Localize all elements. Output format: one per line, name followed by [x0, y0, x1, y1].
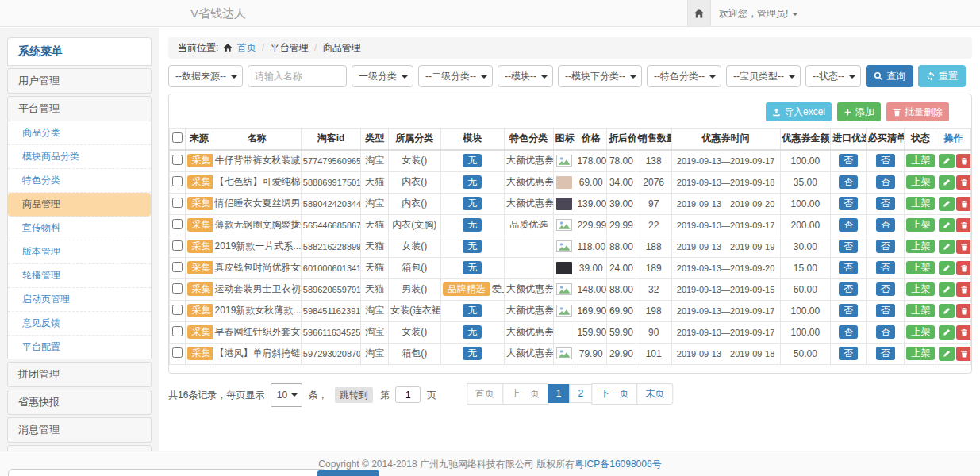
- pager-button[interactable]: 首页: [467, 383, 503, 405]
- per-page-select[interactable]: 10: [271, 383, 302, 407]
- row-checkbox[interactable]: [172, 219, 183, 229]
- name-search-input[interactable]: [248, 65, 347, 87]
- must-buy-badge[interactable]: 否: [876, 304, 895, 317]
- import-select-badge[interactable]: 否: [839, 304, 858, 317]
- sidebar-group[interactable]: 用户管理: [7, 68, 152, 94]
- filter-select[interactable]: --模块--: [498, 65, 553, 87]
- status-badge[interactable]: 上架: [906, 154, 935, 167]
- delete-button[interactable]: [956, 347, 970, 361]
- edit-button[interactable]: [939, 218, 955, 232]
- row-checkbox[interactable]: [172, 305, 183, 315]
- pager-button[interactable]: 末页: [636, 383, 673, 405]
- page-jump-input[interactable]: [395, 386, 421, 403]
- sidebar-subitem[interactable]: 启动页管理: [8, 288, 151, 312]
- reset-button[interactable]: 重置: [918, 65, 966, 87]
- import-select-badge[interactable]: 否: [839, 261, 858, 274]
- must-buy-badge[interactable]: 否: [876, 347, 895, 360]
- import-excel-button[interactable]: 导入excel: [766, 102, 832, 121]
- sidebar-group[interactable]: 订单管理: [7, 445, 152, 451]
- sidebar-group[interactable]: 消息管理: [7, 417, 152, 443]
- import-select-badge[interactable]: 否: [839, 175, 858, 189]
- delete-button[interactable]: [956, 197, 970, 211]
- must-buy-badge[interactable]: 否: [876, 325, 895, 339]
- must-buy-badge[interactable]: 否: [876, 197, 895, 210]
- must-buy-badge[interactable]: 否: [876, 261, 895, 274]
- sidebar-group[interactable]: 省惠快报: [7, 390, 152, 415]
- edit-button[interactable]: [939, 240, 955, 254]
- edit-button[interactable]: [939, 347, 955, 361]
- sidebar-subitem[interactable]: 平台配置: [8, 336, 151, 359]
- import-select-badge[interactable]: 否: [839, 197, 858, 210]
- sidebar-subitem[interactable]: 轮播管理: [8, 264, 151, 288]
- filter-select[interactable]: --特色分类--: [647, 65, 721, 87]
- delete-button[interactable]: [956, 304, 970, 318]
- filter-select[interactable]: --宝贝类型--: [726, 65, 801, 87]
- home-button[interactable]: [687, 0, 711, 26]
- delete-button[interactable]: [956, 282, 970, 297]
- import-select-badge[interactable]: 否: [839, 325, 858, 339]
- edit-button[interactable]: [939, 325, 955, 340]
- status-badge[interactable]: 上架: [906, 197, 935, 210]
- status-badge[interactable]: 上架: [906, 304, 935, 317]
- import-select-badge[interactable]: 否: [839, 282, 858, 296]
- status-badge[interactable]: 上架: [906, 261, 935, 274]
- delete-button[interactable]: [956, 218, 970, 232]
- edit-button[interactable]: [939, 282, 955, 297]
- query-button[interactable]: 查询: [866, 65, 913, 87]
- filter-select[interactable]: --状态--: [805, 65, 861, 87]
- sidebar-subitem[interactable]: 特色分类: [8, 169, 151, 193]
- edit-button[interactable]: [939, 154, 955, 168]
- user-menu[interactable]: 欢迎您，管理员!: [719, 0, 798, 27]
- row-checkbox[interactable]: [172, 240, 183, 251]
- status-badge[interactable]: 上架: [906, 325, 935, 339]
- filter-select[interactable]: --数据来源--: [168, 65, 243, 87]
- edit-button[interactable]: [939, 261, 955, 275]
- status-badge[interactable]: 上架: [906, 175, 935, 189]
- icp-link[interactable]: 粤ICP备16098006号: [575, 459, 661, 470]
- status-badge[interactable]: 上架: [906, 218, 935, 232]
- delete-button[interactable]: [956, 261, 970, 275]
- breadcrumb-item[interactable]: 平台管理: [271, 42, 309, 53]
- sidebar-subitem[interactable]: 商品管理: [8, 193, 151, 217]
- row-checkbox[interactable]: [172, 198, 183, 208]
- edit-button[interactable]: [939, 304, 955, 318]
- must-buy-badge[interactable]: 否: [876, 240, 895, 253]
- pager-button[interactable]: 下一页: [591, 383, 637, 405]
- batch-delete-button[interactable]: 批量删除: [886, 102, 949, 121]
- sidebar-subitem[interactable]: 商品分类: [8, 121, 151, 145]
- edit-button[interactable]: [939, 175, 955, 190]
- filter-select[interactable]: 一级分类: [352, 65, 413, 87]
- jump-button[interactable]: 跳转到: [335, 387, 373, 403]
- status-badge[interactable]: 上架: [906, 240, 935, 253]
- row-checkbox[interactable]: [172, 283, 183, 294]
- import-select-badge[interactable]: 否: [839, 347, 858, 360]
- status-badge[interactable]: 上架: [906, 282, 935, 296]
- status-badge[interactable]: 上架: [906, 347, 935, 360]
- row-checkbox[interactable]: [172, 347, 183, 358]
- breadcrumb-home-link[interactable]: 首页: [237, 42, 256, 53]
- row-checkbox[interactable]: [172, 155, 183, 165]
- sidebar-subitem[interactable]: 版本管理: [8, 240, 151, 264]
- must-buy-badge[interactable]: 否: [876, 154, 895, 167]
- filter-select[interactable]: --模块下分类--: [558, 65, 642, 87]
- filter-select[interactable]: --二级分类--: [418, 65, 493, 87]
- import-select-badge[interactable]: 否: [839, 154, 858, 167]
- delete-button[interactable]: [956, 175, 970, 190]
- pager-button[interactable]: 上一页: [502, 383, 548, 405]
- delete-button[interactable]: [956, 325, 970, 340]
- sidebar-subitem[interactable]: 模块商品分类: [8, 145, 151, 169]
- must-buy-badge[interactable]: 否: [876, 218, 895, 232]
- sidebar-subitem[interactable]: 意见反馈: [8, 312, 151, 336]
- delete-button[interactable]: [956, 240, 970, 254]
- import-select-badge[interactable]: 否: [839, 218, 858, 232]
- row-checkbox[interactable]: [172, 176, 183, 186]
- sidebar-group[interactable]: 拼团管理: [7, 362, 152, 387]
- cutoff-button[interactable]: [317, 470, 379, 476]
- add-button[interactable]: 添加: [837, 102, 881, 121]
- must-buy-badge[interactable]: 否: [876, 282, 895, 296]
- must-buy-badge[interactable]: 否: [876, 175, 895, 189]
- delete-button[interactable]: [956, 154, 970, 168]
- import-select-badge[interactable]: 否: [839, 240, 858, 253]
- select-all-checkbox[interactable]: [172, 132, 183, 143]
- edit-button[interactable]: [939, 197, 955, 211]
